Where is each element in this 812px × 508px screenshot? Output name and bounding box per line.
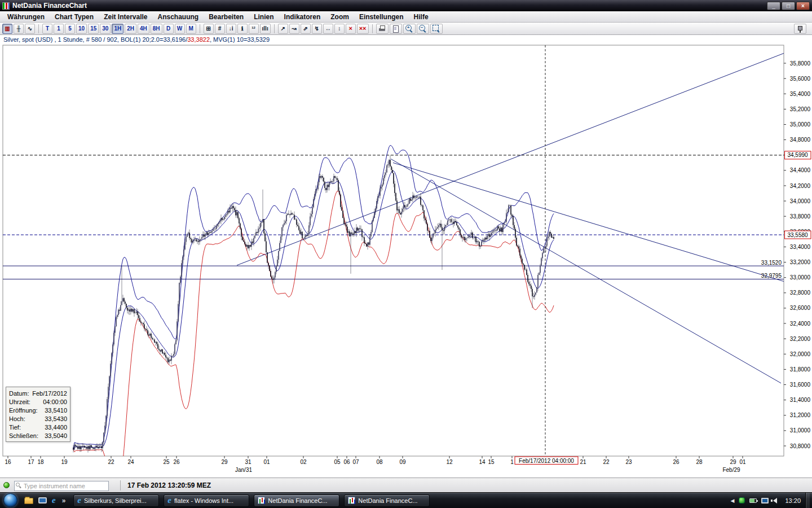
y-axis-label: 33,8000 <box>790 213 811 220</box>
interval-15m-button[interactable]: 15 <box>88 24 99 34</box>
pin-icon <box>796 25 804 33</box>
y-axis-label: 31,6000 <box>790 382 811 388</box>
menu-item-waehrungen[interactable]: Währungen <box>2 12 50 22</box>
interval-1mo-button[interactable]: M <box>186 24 196 34</box>
tray-app-green-icon[interactable] <box>739 497 745 503</box>
x-axis-label: 28 <box>696 459 703 465</box>
interval-5m-button[interactable]: 5 <box>65 24 75 34</box>
x-axis[interactable]: 1617181922242526293101020506070809121415… <box>5 456 746 473</box>
axis-date-flag: Feb/17/2012 04:00:00 <box>515 457 578 465</box>
x-axis-label: 14 <box>479 459 486 465</box>
x-axis-label: 22 <box>108 459 114 465</box>
menu-item-zoom[interactable]: Zoom <box>325 12 354 22</box>
y-axis-label: 31,8000 <box>790 366 811 373</box>
ie-icon: e <box>77 496 81 505</box>
taskbar-task-button[interactable]: eSilberkurs, Silberprei... <box>73 494 159 507</box>
zoom-in-button[interactable] <box>403 24 416 34</box>
y-axis-label: 34,4000 <box>790 167 811 173</box>
bar-chart-button[interactable]: ╫ <box>14 24 24 34</box>
zoom-out-button[interactable] <box>417 24 429 34</box>
chart-title-mvg: , MVG(1) 10=33,5329 <box>210 36 270 43</box>
trendline-tool-button[interactable]: ↗ <box>278 24 288 34</box>
tray-display-icon[interactable] <box>761 498 769 503</box>
interval-1m-button[interactable]: 1 <box>54 24 64 34</box>
desktop-icon[interactable] <box>38 497 47 503</box>
price-chart[interactable]: 30,800031,000031,200031,400031,600031,80… <box>0 35 812 478</box>
interval-10m-button[interactable]: 10 <box>76 24 87 34</box>
menu-item-bearbeiten[interactable]: Bearbeiten <box>204 12 249 22</box>
interval-1h-button[interactable]: 1H <box>112 24 123 34</box>
search-icon <box>16 483 20 487</box>
show-desktop-button[interactable] <box>805 493 810 508</box>
interval-1d-button[interactable]: D <box>164 24 174 34</box>
menu-item-chart-typen[interactable]: Chart Typen <box>50 12 99 22</box>
vline-tool-button[interactable]: ↕ <box>334 24 345 34</box>
folder-icon[interactable] <box>24 498 33 504</box>
taskbar-task-button[interactable]: NetDania FinanceC... <box>344 494 430 507</box>
info-button[interactable]: ℹ <box>237 24 248 34</box>
x-axis-label: 01 <box>263 459 270 465</box>
menu-item-zeit-intervalle[interactable]: Zeit Intervalle <box>99 12 152 22</box>
close-button[interactable]: × <box>796 2 810 10</box>
fibonacci-tool-button[interactable]: ↯ <box>312 24 322 34</box>
interval-8h-button[interactable]: 8H <box>151 24 162 34</box>
menu-item-einstellungen[interactable]: Einstellungen <box>354 12 409 22</box>
menu-item-indikatoren[interactable]: Indikatoren <box>279 12 326 22</box>
menu-item-linien[interactable]: Linien <box>249 12 279 22</box>
x-axis-label: 1 <box>510 459 514 465</box>
interval-2h-button[interactable]: 2H <box>125 24 136 34</box>
volume-button[interactable]: ıllı <box>260 24 271 34</box>
ohlc-row: Uhrzeit:04:00:00 <box>6 397 70 406</box>
overflow-chevron[interactable]: » <box>61 497 67 505</box>
y-axis-label: 35,8000 <box>790 60 811 67</box>
menu-item-anschauung[interactable]: Anschauung <box>153 12 204 22</box>
y-axis-label: 35,2000 <box>790 106 811 112</box>
start-button[interactable] <box>3 493 17 507</box>
zoom-in-icon <box>405 25 413 33</box>
candlestick-chart-button[interactable]: ▥ <box>2 24 12 34</box>
menubar: WährungenChart TypenZeit IntervalleAnsch… <box>0 11 812 23</box>
line-chart-button[interactable]: ∿ <box>25 24 35 34</box>
x-axis-label: 09 <box>399 459 406 465</box>
hline-tool-button[interactable]: ↔ <box>323 24 333 34</box>
taskbar-task-button[interactable]: eflatex - Windows Int... <box>164 494 249 507</box>
counter-button[interactable]: ¹² <box>249 24 259 34</box>
menu-item-hilfe[interactable]: Hilfe <box>409 12 434 22</box>
interval-1w-button[interactable]: W <box>175 24 185 34</box>
zigzag-tool-button[interactable]: ↝ <box>289 24 299 34</box>
data-window-button[interactable]: ↓i <box>226 24 236 34</box>
pin-panel-button[interactable] <box>794 24 806 34</box>
tray-volume-icon[interactable] <box>773 498 777 503</box>
svg-text:33,5580: 33,5580 <box>787 232 808 238</box>
hidden-icons-chevron[interactable]: ◀ <box>731 498 735 503</box>
ie-icon: e <box>167 496 171 505</box>
interval-4h-button[interactable]: 4H <box>138 24 149 34</box>
zoom-reset-button[interactable] <box>430 24 443 34</box>
y-axis-label: 33,2000 <box>790 259 811 265</box>
instrument-search-input[interactable] <box>14 481 109 491</box>
ohlc-row: Schließen:33,5040 <box>6 431 70 440</box>
grid-layout-button[interactable]: ⊞ <box>204 24 214 34</box>
ie-icon[interactable]: e <box>52 496 56 505</box>
status-bar: 17 Feb 2012 13:20:59 MEZ <box>0 478 812 492</box>
y-axis-label: 33,0000 <box>790 274 811 281</box>
taskbar-task-button[interactable]: NetDania FinanceC... <box>254 494 339 507</box>
y-axis-label: 31,4000 <box>790 397 811 403</box>
y-axis[interactable]: 30,800031,000031,200031,400031,600031,80… <box>784 60 810 449</box>
plot-area[interactable] <box>3 45 784 456</box>
tray-battery-icon[interactable] <box>749 498 757 503</box>
taskbar-clock[interactable]: 13:20 <box>780 497 805 504</box>
delete-line-button[interactable]: × <box>346 24 356 34</box>
channel-tool-button[interactable]: ⇗ <box>301 24 311 34</box>
print-button[interactable] <box>376 24 389 34</box>
zoom-window-button[interactable] <box>390 24 402 34</box>
minimize-button[interactable]: _ <box>767 2 780 10</box>
interval-tick-button[interactable]: T <box>42 24 52 34</box>
interval-30m-button[interactable]: 30 <box>100 24 111 34</box>
compare-button[interactable]: # <box>215 24 225 34</box>
x-axis-label: 15 <box>488 459 495 465</box>
x-axis-label: 19 <box>61 459 68 465</box>
delete-all-lines-button[interactable]: ×× <box>357 24 369 34</box>
maximize-button[interactable]: □ <box>782 2 795 10</box>
toolbar: ▥╫∿T151015301H2H4H8HDWM⊞#↓iℹ¹²ıllı↗↝⇗↯↔↕… <box>0 23 812 35</box>
